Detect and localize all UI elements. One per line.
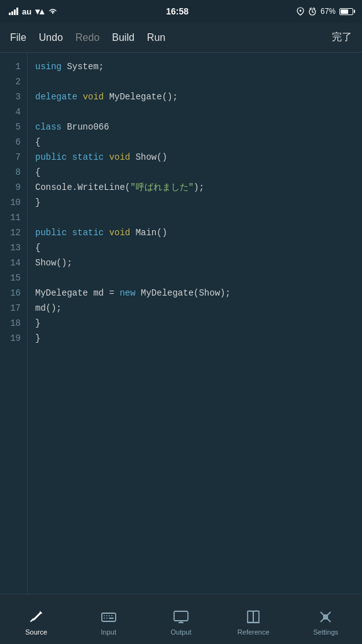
menu-file[interactable]: File xyxy=(10,32,26,43)
code-line-19: } xyxy=(35,331,354,346)
location-icon xyxy=(297,7,304,16)
line-number-3: 3 xyxy=(16,89,21,104)
tab-source-label: Source xyxy=(25,628,47,636)
settings-icon xyxy=(317,608,334,626)
menu-build[interactable]: Build xyxy=(112,32,134,43)
signal-icon xyxy=(9,8,18,15)
line-number-10: 10 xyxy=(10,195,21,210)
line-number-7: 7 xyxy=(16,150,21,165)
code-line-16: MyDelegate md = new MyDelegate(Show); xyxy=(35,286,354,301)
svg-line-3 xyxy=(312,12,314,13)
line-number-5: 5 xyxy=(16,119,21,135)
battery-icon xyxy=(339,8,353,15)
line-number-19: 19 xyxy=(10,331,21,346)
tab-bar: Source Input xyxy=(0,594,362,644)
source-icon xyxy=(28,608,45,626)
line-number-4: 4 xyxy=(16,104,21,119)
line-number-14: 14 xyxy=(10,255,21,270)
line-number-1: 1 xyxy=(16,59,21,74)
code-line-12: public static void Main() xyxy=(35,225,354,240)
svg-line-5 xyxy=(314,8,315,9)
code-line-1: using System; xyxy=(35,59,354,74)
line-number-11: 11 xyxy=(10,210,21,225)
svg-line-4 xyxy=(310,8,311,9)
wifi-icon xyxy=(48,8,58,15)
tab-output[interactable]: Output xyxy=(145,603,217,636)
tab-reference[interactable]: Reference xyxy=(217,603,290,636)
carrier-label: au xyxy=(22,7,31,16)
tab-settings[interactable]: Settings xyxy=(290,603,362,636)
tab-input-label: Input xyxy=(101,628,116,636)
menu-bar: File Undo Redo Build Run 完了 xyxy=(0,23,362,53)
tab-settings-label: Settings xyxy=(314,628,339,636)
code-line-2 xyxy=(35,74,354,89)
line-number-13: 13 xyxy=(10,240,21,255)
status-bar: au ▾▴ 16:58 67% xyxy=(0,0,362,23)
code-line-15 xyxy=(35,270,354,286)
line-number-12: 12 xyxy=(10,225,21,240)
line-numbers: 12345678910111213141516171819 xyxy=(0,53,28,594)
code-line-9: Console.WriteLine("呼ばれました"); xyxy=(35,180,354,195)
time-display: 16:58 xyxy=(166,6,189,16)
code-line-17: md(); xyxy=(35,301,354,316)
code-line-4 xyxy=(35,104,354,119)
reference-icon xyxy=(244,608,262,626)
code-line-3: delegate void MyDelegate(); xyxy=(35,89,354,104)
menu-run[interactable]: Run xyxy=(147,32,165,43)
code-line-5: class Bruno066 xyxy=(35,119,354,135)
svg-rect-14 xyxy=(174,611,188,621)
battery-percent: 67% xyxy=(321,7,336,16)
line-number-16: 16 xyxy=(10,286,21,301)
line-number-15: 15 xyxy=(10,270,21,286)
svg-point-0 xyxy=(299,10,301,12)
alarm-icon xyxy=(308,7,317,16)
tab-reference-label: Reference xyxy=(238,628,270,636)
code-line-18: } xyxy=(35,316,354,331)
wifi-icon: ▾▴ xyxy=(35,6,44,16)
input-icon xyxy=(100,608,118,626)
line-number-6: 6 xyxy=(16,135,21,150)
svg-rect-6 xyxy=(102,613,116,621)
tab-output-label: Output xyxy=(170,628,191,636)
menu-undo[interactable]: Undo xyxy=(39,32,63,43)
code-content[interactable]: using System; delegate void MyDelegate()… xyxy=(28,53,362,594)
menu-redo[interactable]: Redo xyxy=(75,32,99,43)
code-line-8: { xyxy=(35,165,354,180)
line-number-18: 18 xyxy=(10,316,21,331)
menu-done[interactable]: 完了 xyxy=(332,31,352,44)
code-line-10: } xyxy=(35,195,354,210)
line-number-9: 9 xyxy=(16,180,21,195)
code-line-7: public static void Show() xyxy=(35,150,354,165)
code-editor[interactable]: 12345678910111213141516171819 using Syst… xyxy=(0,53,362,594)
code-line-14: Show(); xyxy=(35,255,354,270)
code-line-11 xyxy=(35,210,354,225)
tab-source[interactable]: Source xyxy=(0,603,72,636)
line-number-8: 8 xyxy=(16,165,21,180)
line-number-17: 17 xyxy=(10,301,21,316)
code-line-6: { xyxy=(35,135,354,150)
tab-input[interactable]: Input xyxy=(72,603,145,636)
line-number-2: 2 xyxy=(16,74,21,89)
output-icon xyxy=(172,608,190,626)
code-line-13: { xyxy=(35,240,354,255)
